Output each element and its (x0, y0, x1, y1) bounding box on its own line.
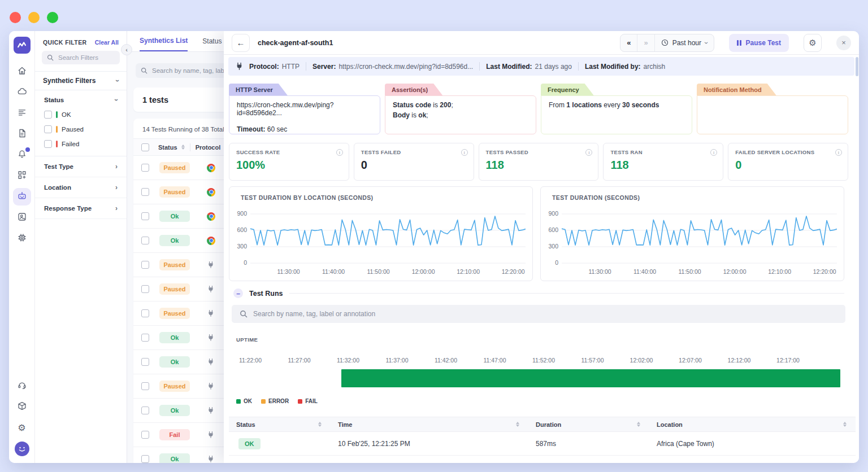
list-search-input[interactable] (152, 67, 233, 74)
status-badge-paused: Paused (159, 259, 190, 270)
nav-support-headset[interactable] (13, 377, 31, 395)
nav-session-recording[interactable] (13, 209, 31, 226)
runs-search-input[interactable] (253, 310, 837, 318)
nav-user-avatar[interactable] (13, 440, 31, 457)
status-badge-paused: Paused (159, 308, 190, 319)
test-detail-panel: ← check-agent-af-south1 « » Past hour › … (224, 31, 859, 463)
prev-range-button[interactable]: « (620, 34, 637, 51)
nav-notifications[interactable] (13, 146, 31, 164)
synthetic-filters-section[interactable]: Synthetic Filters › (35, 71, 127, 90)
config-card-body (697, 95, 848, 134)
row-checkbox[interactable] (141, 237, 149, 244)
row-checkbox[interactable] (141, 358, 149, 366)
column-protocol[interactable]: Protocol (196, 144, 221, 151)
runs-search[interactable] (232, 305, 845, 323)
nav-package[interactable] (13, 398, 31, 416)
status-badge-paused: Paused (159, 283, 190, 295)
status-badge-paused: Paused (159, 186, 190, 198)
nav-dashboard-builder[interactable] (13, 167, 31, 185)
info-icon[interactable]: i (835, 149, 842, 156)
nav-logs[interactable] (13, 104, 31, 122)
traffic-light-close[interactable] (10, 12, 21, 23)
nav-infrastructure[interactable] (13, 230, 31, 247)
nav-synthetics-bot[interactable] (13, 188, 31, 206)
row-checkbox[interactable] (141, 455, 149, 463)
run-time-cell: 10 Feb'25, 12:21:25 PM (331, 440, 528, 448)
nav-settings-gear[interactable]: ⚙ (13, 419, 31, 436)
select-all-checkbox[interactable] (141, 143, 149, 151)
row-checkbox[interactable] (141, 212, 149, 220)
collapse-filters-button[interactable]: ‹ (121, 44, 132, 55)
tab-status[interactable]: Status (202, 31, 222, 51)
info-icon[interactable]: i (336, 149, 343, 156)
runs-table-row[interactable]: OK10 Feb'25, 12:21:25 PM587msAfrica (Cap… (229, 432, 856, 456)
row-checkbox[interactable] (141, 334, 149, 342)
status-option-failed[interactable]: Failed (35, 137, 127, 151)
time-range-select[interactable]: Past hour › (655, 34, 714, 51)
filter-search-input[interactable] (58, 54, 115, 61)
row-checkbox[interactable] (141, 164, 149, 172)
status-option-paused[interactable]: Paused (35, 122, 127, 137)
runs-column-time[interactable]: Time (331, 421, 528, 428)
info-icon[interactable]: i (585, 149, 592, 156)
checkbox[interactable] (44, 125, 52, 133)
runs-column-status[interactable]: Status (229, 421, 331, 428)
runs-column-duration[interactable]: Duration (528, 421, 649, 428)
tab-synthetics-list[interactable]: Synthetics List (140, 31, 188, 51)
checkbox[interactable] (44, 140, 52, 148)
status-badge-fail: Fail (159, 429, 190, 440)
dashboard-builder-icon (17, 170, 27, 182)
nav-cloud[interactable] (13, 84, 31, 101)
pause-test-button[interactable]: Pause Test (729, 34, 789, 52)
search-icon (240, 310, 248, 318)
close-button[interactable]: × (836, 36, 851, 50)
traffic-light-zoom[interactable] (47, 12, 58, 23)
checkbox[interactable] (44, 111, 52, 119)
sort-icon[interactable] (843, 422, 847, 427)
nav-document[interactable] (13, 125, 31, 143)
status-badge-ok: Ok (159, 405, 190, 416)
row-checkbox[interactable] (141, 309, 149, 317)
sort-icon[interactable] (637, 422, 640, 427)
status-option-ok[interactable]: OK (35, 107, 127, 122)
info-icon[interactable]: i (710, 149, 717, 156)
x-axis-tick: 11:50:00 (367, 268, 390, 275)
nav-home[interactable] (13, 63, 31, 80)
collapse-section-button[interactable]: – (233, 289, 243, 298)
filter-group-label: Location (44, 184, 71, 191)
status-filter-header[interactable]: Status › (35, 90, 127, 107)
filter-group-location[interactable]: Location› (35, 177, 127, 198)
uptime-bar-ok[interactable] (341, 369, 840, 387)
row-checkbox[interactable] (141, 188, 149, 196)
back-button[interactable]: ← (232, 34, 250, 52)
app-logo[interactable] (14, 37, 31, 54)
row-checkbox[interactable] (141, 261, 149, 269)
filter-search[interactable] (42, 51, 120, 64)
filter-group-test-type[interactable]: Test Type› (35, 156, 127, 177)
window-controls[interactable] (10, 12, 58, 23)
config-card-line: Timeout: 60 sec (237, 125, 372, 133)
clear-all-button[interactable]: Clear All (95, 39, 119, 46)
config-card-label: Notification Method (697, 84, 776, 95)
row-checkbox[interactable] (141, 285, 149, 293)
scrollbar-thumb[interactable] (856, 57, 858, 76)
close-icon: × (841, 38, 846, 47)
filter-group-response-type[interactable]: Response Type› (35, 198, 127, 219)
column-status[interactable]: Status (158, 144, 177, 151)
sort-icon[interactable] (181, 145, 185, 150)
row-checkbox[interactable] (141, 407, 149, 414)
modified-label: Last Modified: (486, 63, 532, 71)
row-checkbox[interactable] (141, 431, 149, 439)
row-checkbox[interactable] (141, 382, 149, 390)
runs-column-location[interactable]: Location (649, 421, 856, 428)
uptime-timeline: 11:22:0011:27:0011:32:0011:37:0011:42:00… (236, 357, 840, 391)
chevron-down-icon: › (702, 42, 710, 44)
list-search[interactable] (136, 63, 238, 78)
info-icon[interactable]: i (461, 149, 468, 156)
modified-by-label: Last Modified by: (585, 63, 641, 71)
traffic-light-minimize[interactable] (28, 12, 40, 23)
sort-icon[interactable] (516, 422, 519, 427)
next-range-button[interactable]: » (637, 34, 654, 51)
settings-button[interactable]: ⚙ (804, 34, 822, 52)
sort-icon[interactable] (318, 422, 322, 427)
